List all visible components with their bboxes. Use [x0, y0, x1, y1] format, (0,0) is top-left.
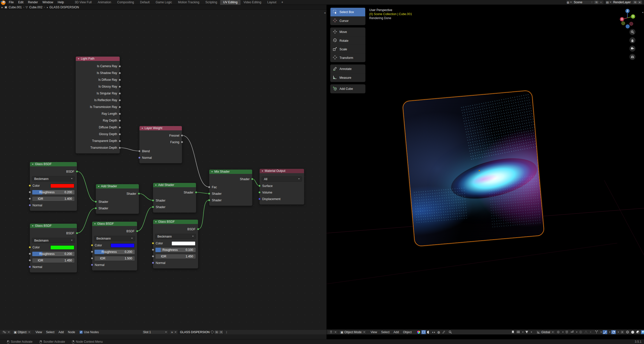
orthographic-grid-button[interactable] [629, 54, 635, 60]
socket-left[interactable] [258, 198, 261, 200]
close-render-layer-icon[interactable]: ✕ [638, 1, 642, 4]
node-menu-node[interactable]: Node [66, 330, 77, 334]
socket-left[interactable] [29, 259, 31, 261]
menu-edit[interactable]: Edit [16, 0, 26, 5]
dropdown-beckmann[interactable]: Beckmann [32, 176, 75, 181]
snap-target-icon[interactable] [570, 330, 574, 334]
breadcrumb-mesh[interactable]: Cube.002 [29, 6, 42, 9]
socket-left[interactable] [138, 150, 141, 152]
browse-material-button[interactable]: ◑ [170, 330, 178, 334]
axis-z-ball[interactable]: Z [625, 9, 630, 13]
socket-left[interactable] [208, 193, 210, 195]
workspace-tab-layout[interactable]: Layout [264, 0, 279, 5]
socket-left[interactable] [95, 201, 97, 203]
node-header-glass-bsdf-2[interactable]: Glass BSDF [30, 224, 77, 228]
tool-move[interactable]: Move [330, 28, 365, 36]
workspace-tab-compositing[interactable]: Compositing [114, 0, 137, 5]
collapse-node-icon[interactable] [155, 185, 157, 186]
socket-left[interactable] [152, 199, 154, 202]
roughness-slider[interactable]: Roughness0.200 [94, 249, 135, 254]
proportional-edit-icon[interactable] [578, 330, 583, 334]
material-name-field[interactable]: GLASS DISPERSION ⧉ ✕ [178, 330, 224, 334]
fake-user-shield-icon[interactable] [210, 330, 214, 334]
toggle-xray-icon[interactable] [620, 330, 624, 334]
node-header-material-output[interactable]: Material Output [260, 169, 304, 173]
fluid-drops-icon[interactable]: ◖◗ [431, 330, 436, 334]
pin-icon[interactable]: ⟟ [226, 330, 227, 334]
node-material-output[interactable]: Material OutputAllSurfaceVolumeDisplacem… [259, 169, 304, 205]
ior-slider[interactable]: IOR1.400 [32, 196, 75, 201]
node-menu-select[interactable]: Select [44, 330, 56, 334]
socket-right[interactable] [119, 65, 121, 67]
socket-left[interactable] [152, 242, 154, 244]
axis-z-negative-ball[interactable] [626, 24, 630, 28]
node-graph-canvas[interactable]: Light PathIs Camera RayIs Shadow RayIs D… [0, 10, 326, 334]
shading-material-icon[interactable] [636, 330, 640, 334]
socket-left[interactable] [29, 191, 31, 193]
socket-right[interactable] [195, 191, 197, 194]
roughness-slider[interactable]: Roughness0.100 [155, 247, 196, 252]
tool-transform[interactable]: Transform [330, 53, 365, 62]
shading-solid-icon[interactable] [630, 330, 635, 334]
socket-right[interactable] [76, 232, 78, 234]
object-select-mode-icon[interactable] [421, 330, 426, 334]
search-icon[interactable] [448, 330, 453, 334]
socket-left[interactable] [258, 185, 261, 187]
socket-left[interactable] [91, 244, 93, 246]
workspace-tab-motion-tracking[interactable]: Motion Tracking [175, 0, 202, 5]
pin-icon[interactable]: ⟟ [590, 1, 594, 4]
socket-right[interactable] [136, 230, 138, 232]
axis-y-ball[interactable]: Y [631, 14, 635, 19]
shader-type-selector[interactable]: ▣ Object [12, 330, 31, 334]
roughness-slider[interactable]: Roughness0.200 [32, 251, 75, 256]
axis-x-ball[interactable]: X [620, 17, 624, 21]
node-add-shader-1[interactable]: Add ShaderShaderShaderShader [96, 184, 139, 214]
socket-right[interactable] [119, 86, 121, 88]
socket-right[interactable] [119, 106, 121, 108]
node-glass-bsdf-2[interactable]: Glass BSDFBSDFBeckmannColorRoughness0.20… [30, 223, 77, 273]
socket-left[interactable] [208, 199, 210, 201]
socket-right[interactable] [119, 79, 121, 81]
socket-left[interactable] [91, 257, 93, 259]
viewport-menu-object[interactable]: Object [401, 330, 414, 334]
editor-type-selector[interactable] [1, 330, 11, 334]
shading-wireframe-icon[interactable] [625, 330, 630, 334]
add-workspace-button[interactable]: + [279, 0, 285, 5]
tool-add-cube[interactable]: Add Cube [330, 85, 365, 93]
tool-measure[interactable]: Measure [330, 73, 365, 82]
ior-slider[interactable]: IOR1.450 [32, 258, 75, 263]
collapse-node-icon[interactable] [262, 171, 263, 172]
material-preview-sphere-icon[interactable] [416, 330, 421, 334]
scene-selector[interactable]: ◍ Scene ⟟ ⧉ ✕ [566, 0, 604, 4]
3d-viewport[interactable]: User Perspective (0) Scene Collection | … [326, 5, 644, 339]
node-menu-view[interactable]: View [33, 330, 44, 334]
menu-window[interactable]: Window [40, 0, 55, 5]
show-gizmo-icon[interactable] [594, 330, 599, 334]
workspace-tab-3d-view-full[interactable]: 3D View Full [72, 0, 95, 5]
socket-left[interactable] [152, 206, 154, 208]
node-header-light-path[interactable]: Light Path [76, 57, 120, 61]
tool-annotate[interactable]: Annotate [330, 65, 365, 73]
node-glass-bsdf-4[interactable]: Glass BSDFBSDFBeckmannColorRoughness0.10… [153, 219, 198, 269]
socket-right[interactable] [119, 113, 121, 115]
socket-right[interactable] [119, 147, 121, 149]
node-header-add-shader-1[interactable]: Add Shader [96, 184, 139, 188]
breadcrumb-expand-icon[interactable]: ▸ [2, 6, 3, 9]
node-menu-add[interactable]: Add [56, 330, 66, 334]
socket-left[interactable] [91, 264, 93, 266]
menu-file[interactable]: File [7, 0, 16, 5]
collapse-node-icon[interactable] [94, 223, 96, 224]
material-slot-selector[interactable]: Slot 1 [142, 330, 168, 334]
node-light-path[interactable]: Light PathIs Camera RayIs Shadow RayIs D… [76, 56, 120, 154]
world-icon[interactable]: ◍ [436, 330, 441, 334]
collapse-node-icon[interactable] [32, 164, 33, 165]
node-header-add-shader-2[interactable]: Add Shader [153, 183, 196, 187]
socket-left[interactable] [29, 184, 31, 187]
workspace-tab-uv-editing[interactable]: UV Editing [220, 0, 241, 5]
tool-scale[interactable]: Scale [330, 45, 365, 53]
navigation-axis-gizmo[interactable]: Z X Y [618, 8, 637, 27]
node-sidebar-collapse-icon[interactable]: ◂ [324, 11, 325, 14]
dropdown-beckmann[interactable]: Beckmann [94, 236, 135, 241]
node-header-glass-bsdf-4[interactable]: Glass BSDF [153, 220, 198, 224]
node-layer-weight[interactable]: Layer WeightFresnelFacingBlendNormal [139, 126, 182, 163]
